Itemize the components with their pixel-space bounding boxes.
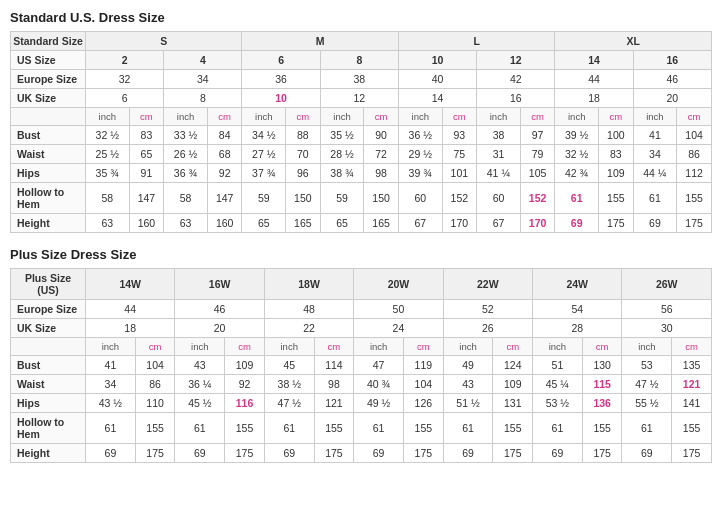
uk-size-val: 14 <box>398 89 476 108</box>
plus-measurement-label: Height <box>11 444 86 463</box>
unit-cell: cm <box>129 108 164 126</box>
plus-title: Plus Size Dress Size <box>10 247 712 262</box>
us-size-label: US Size <box>11 51 86 70</box>
plus-measurement-val: 69 <box>86 444 136 463</box>
us-size-val: 12 <box>477 51 555 70</box>
plus-measurement-val: 175 <box>225 444 265 463</box>
plus-measurement-val: 136 <box>582 394 622 413</box>
plus-measurement-val: 175 <box>582 444 622 463</box>
plus-measurement-val: 47 <box>354 356 404 375</box>
plus-measurement-val: 135 <box>672 356 712 375</box>
europe-size-label: Europe Size <box>11 70 86 89</box>
measurement-val: 59 <box>320 183 364 214</box>
plus-measurement-val: 34 <box>86 375 136 394</box>
plus-measurement-val: 47 ½ <box>264 394 314 413</box>
unit-cell: inch <box>477 108 521 126</box>
measurement-val: 155 <box>599 183 634 214</box>
unit-cell: cm <box>207 108 242 126</box>
unit-cell: cm <box>599 108 634 126</box>
plus-size-val: 26W <box>622 269 712 300</box>
europe-size-val: 32 <box>86 70 164 89</box>
standard-table: Standard SizeSMLXLUS Size246810121416Eur… <box>10 31 712 233</box>
plus-unit-cell: cm <box>493 338 533 356</box>
plus-measurement-val: 92 <box>225 375 265 394</box>
us-size-val: 10 <box>398 51 476 70</box>
uk-size-val: 6 <box>86 89 164 108</box>
unit-cell: inch <box>164 108 208 126</box>
uk-size-val: 12 <box>320 89 398 108</box>
plus-measurement-val: 61 <box>443 413 493 444</box>
measurement-val: 58 <box>164 183 208 214</box>
plus-measurement-val: 175 <box>672 444 712 463</box>
plus-measurement-val: 47 ½ <box>622 375 672 394</box>
plus-size-val: 16W <box>175 269 264 300</box>
measurement-val: 83 <box>599 145 634 164</box>
plus-measurement-val: 45 <box>264 356 314 375</box>
measurement-val: 147 <box>129 183 164 214</box>
measurement-val: 84 <box>207 126 242 145</box>
plus-measurement-val: 55 ½ <box>622 394 672 413</box>
measurement-val: 96 <box>286 164 321 183</box>
plus-unit-cell: inch <box>443 338 493 356</box>
plus-measurement-label: Waist <box>11 375 86 394</box>
plus-size-val: 18W <box>264 269 353 300</box>
plus-measurement-val: 114 <box>314 356 354 375</box>
plus-measurement-val: 175 <box>135 444 175 463</box>
measurement-val: 109 <box>599 164 634 183</box>
unit-cell: cm <box>442 108 477 126</box>
plus-measurement-val: 110 <box>135 394 175 413</box>
measurement-val: 35 ¾ <box>86 164 130 183</box>
plus-measurement-val: 61 <box>533 413 583 444</box>
measurement-val: 70 <box>286 145 321 164</box>
plus-unit-cell: cm <box>672 338 712 356</box>
measurement-label: Hollow to Hem <box>11 183 86 214</box>
plus-measurement-val: 43 <box>175 356 225 375</box>
plus-europe-val: 52 <box>443 300 532 319</box>
europe-size-val: 42 <box>477 70 555 89</box>
measurement-val: 160 <box>129 214 164 233</box>
plus-measurement-val: 61 <box>622 413 672 444</box>
plus-uk-val: 22 <box>264 319 353 338</box>
plus-uk-val: 20 <box>175 319 264 338</box>
measurement-val: 36 ¾ <box>164 164 208 183</box>
measurement-val: 112 <box>677 164 712 183</box>
europe-size-val: 40 <box>398 70 476 89</box>
measurement-val: 92 <box>207 164 242 183</box>
plus-measurement-val: 40 ¾ <box>354 375 404 394</box>
plus-measurement-val: 155 <box>672 413 712 444</box>
plus-unit-cell: cm <box>135 338 175 356</box>
plus-unit-cell: inch <box>264 338 314 356</box>
plus-measurement-val: 155 <box>493 413 533 444</box>
measurement-val: 160 <box>207 214 242 233</box>
unit-cell: inch <box>633 108 677 126</box>
plus-measurement-val: 155 <box>404 413 444 444</box>
measurement-val: 147 <box>207 183 242 214</box>
plus-measurement-val: 69 <box>264 444 314 463</box>
plus-measurement-val: 69 <box>443 444 493 463</box>
plus-measurement-val: 38 ½ <box>264 375 314 394</box>
plus-measurement-label: Hollow to Hem <box>11 413 86 444</box>
measurement-val: 152 <box>442 183 477 214</box>
plus-measurement-val: 155 <box>225 413 265 444</box>
plus-measurement-val: 51 ½ <box>443 394 493 413</box>
plus-size-val: 24W <box>533 269 622 300</box>
measurement-label: Bust <box>11 126 86 145</box>
plus-measurement-val: 119 <box>404 356 444 375</box>
measurement-val: 155 <box>677 183 712 214</box>
plus-unit-cell: cm <box>314 338 354 356</box>
measurement-val: 41 <box>633 126 677 145</box>
plus-size-val: 20W <box>354 269 443 300</box>
plus-europe-val: 44 <box>86 300 175 319</box>
measurement-label: Height <box>11 214 86 233</box>
measurement-val: 61 <box>555 183 599 214</box>
plus-measurement-val: 175 <box>314 444 354 463</box>
plus-measurement-val: 53 ½ <box>533 394 583 413</box>
standard-title: Standard U.S. Dress Size <box>10 10 712 25</box>
plus-measurement-val: 61 <box>264 413 314 444</box>
plus-size-val: 14W <box>86 269 175 300</box>
plus-unit-cell: inch <box>354 338 404 356</box>
measurement-val: 93 <box>442 126 477 145</box>
measurement-val: 60 <box>398 183 442 214</box>
uk-size-val: 16 <box>477 89 555 108</box>
measurement-val: 65 <box>242 214 286 233</box>
